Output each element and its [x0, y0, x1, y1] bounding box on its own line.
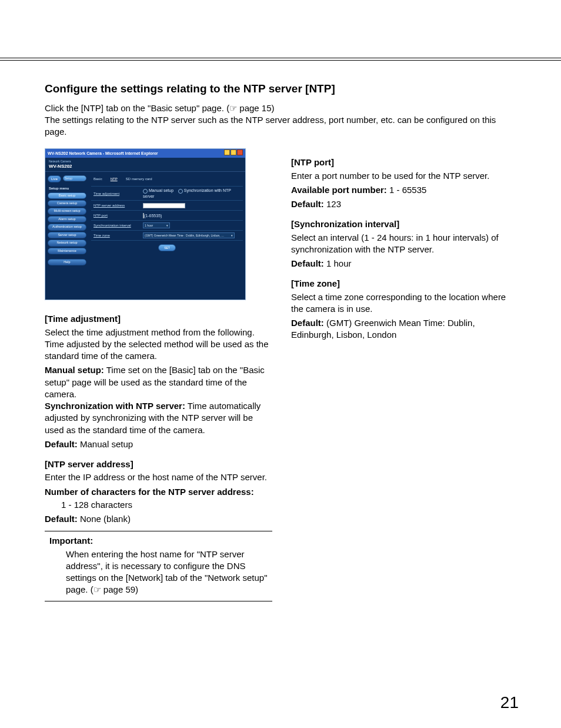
important-note: Important: When entering the host name f… [45, 531, 272, 601]
addr-char-count-value: 1 - 128 characters [45, 499, 272, 511]
text-sync-interval: Select an interval (1 - 24 hours: in 1 h… [291, 232, 519, 256]
model-small: Network Camera [49, 159, 72, 164]
field-ntp-port[interactable]: NTP port [94, 213, 143, 218]
sidebar-item-basic-setup[interactable]: Basic setup [48, 192, 86, 199]
sidebar-item-maintenance[interactable]: Maintenance [48, 248, 86, 254]
default-time-adjustment: Default: Manual setup [45, 438, 272, 450]
sidebar-item-server-setup[interactable]: Server setup [48, 232, 86, 238]
addr-char-count: Number of characters for the NTP server … [45, 486, 272, 498]
sidebar-item-auth-setup[interactable]: Authentication setup [48, 224, 86, 230]
available-port-number: Available port number: 1 - 65535 [291, 184, 519, 196]
default-ntp-server-address: Default: None (blank) [45, 513, 272, 525]
heading-ntp-server-address: [NTP server address] [45, 458, 272, 470]
field-time-adjustment[interactable]: Time adjustment [94, 191, 143, 196]
page-title: Configure the settings relating to the N… [45, 81, 519, 97]
important-heading: Important: [49, 535, 272, 547]
set-button[interactable]: SET [158, 244, 176, 251]
section-divider [0, 58, 561, 61]
page-ref-icon: ☞ page 15 [229, 102, 271, 114]
select-time-zone[interactable]: (GMT) Greenwich Mean Time : Dublin, Edin… [143, 232, 235, 238]
important-text: When entering the host name for "NTP ser… [49, 549, 272, 596]
item-manual-setup: Manual setup: Time set on the [Basic] ta… [45, 364, 272, 400]
chevron-down-icon: ▾ [231, 234, 233, 238]
tab-basic[interactable]: Basic [94, 177, 102, 181]
model-label: Network Camera WV-NS202 [49, 159, 72, 170]
intro-text: Click the [NTP] tab on the "Basic setup"… [45, 102, 519, 138]
time-adjustment-options: Manual setup Synchronization with NTP se… [143, 188, 241, 199]
sidebar-item-network-setup[interactable]: Network setup [48, 240, 86, 246]
sidebar-item-alarm-setup[interactable]: Alarm setup [48, 216, 86, 222]
port-hint: (1-65535) [144, 214, 162, 218]
tab-sd-card[interactable]: SD memory card [126, 177, 152, 181]
heading-time-adjustment: [Time adjustment] [45, 313, 272, 325]
heading-time-zone: [Time zone] [291, 278, 519, 290]
page-number: 21 [500, 692, 519, 714]
text-ntp-port: Enter a port number to be used for the N… [291, 170, 519, 182]
radio-ntp[interactable] [178, 189, 183, 194]
window-system-buttons [223, 149, 243, 157]
intro-line-1-end: ) [272, 103, 275, 113]
field-ntp-server-address[interactable]: NTP server address [94, 203, 143, 208]
radio-manual[interactable] [143, 189, 148, 194]
chevron-down-icon: ▾ [166, 224, 168, 228]
text-time-adjustment: Select the time adjustment method from t… [45, 327, 272, 363]
text-ntp-server-address: Enter the IP address or the host name of… [45, 471, 272, 483]
text-time-zone: Select a time zone corresponding to the … [291, 291, 519, 315]
sidebar-header: Setup menu [49, 186, 86, 191]
default-sync-interval: Default: 1 hour [291, 258, 519, 270]
tab-ntp[interactable]: NTP [111, 177, 118, 181]
heading-ntp-port: [NTP port] [291, 157, 519, 168]
screenshot: WV-NS202 Network Camera - Microsoft Inte… [45, 148, 246, 300]
default-time-zone: Default: (GMT) Greenwich Mean Time: Dubl… [291, 317, 519, 341]
field-sync-interval[interactable]: Synchronization interval [94, 223, 143, 228]
default-ntp-port: Default: 123 [291, 198, 519, 210]
sidebar-item-help[interactable]: Help [48, 259, 86, 265]
select-sync-interval[interactable]: 1 hour▾ [143, 222, 170, 228]
tab-live[interactable]: Live [48, 175, 61, 182]
tab-setup[interactable]: Setup [63, 175, 86, 181]
window-titlebar: WV-NS202 Network Camera - Microsoft Inte… [45, 149, 245, 157]
field-time-zone[interactable]: Time zone [94, 233, 143, 238]
intro-line-1: Click the [NTP] tab on the "Basic setup"… [45, 103, 229, 113]
heading-sync-interval: [Synchronization interval] [291, 218, 519, 230]
sidebar-item-camera-setup[interactable]: Camera setup [48, 200, 86, 207]
input-ntp-server-address[interactable] [143, 203, 185, 208]
radio-manual-label: Manual setup [149, 188, 173, 192]
item-sync-ntp: Synchronization with NTP server: Time au… [45, 400, 272, 436]
sidebar-item-multiscreen-setup[interactable]: Multi-screen setup [48, 208, 86, 214]
intro-line-2: The settings relating to the NTP server … [45, 115, 496, 137]
page-ref-icon: ☞ page 59 [94, 584, 135, 596]
window-title: WV-NS202 Network Camera - Microsoft Inte… [48, 151, 158, 156]
